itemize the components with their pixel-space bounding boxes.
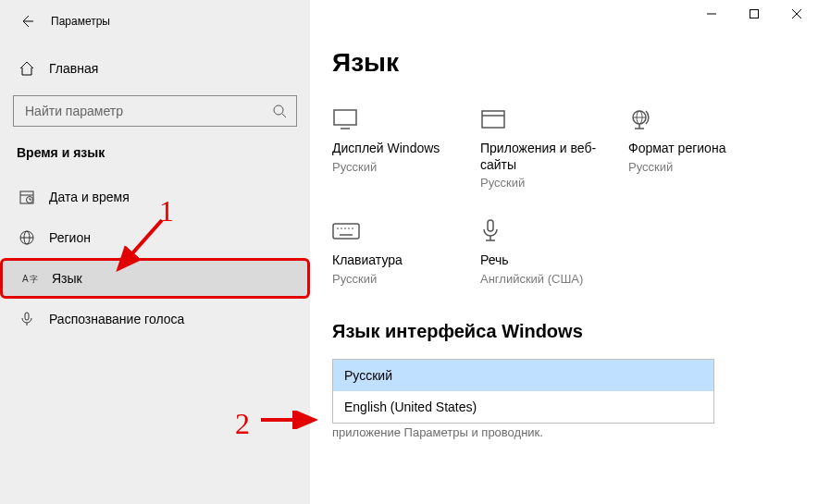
close-button[interactable]: [775, 0, 818, 28]
sidebar-item-language[interactable]: A字 Язык: [0, 258, 310, 299]
globe-stand-icon: [628, 105, 776, 133]
arrow-left-icon: [19, 14, 34, 29]
sidebar-item-label: Распознавание голоса: [49, 312, 184, 326]
titlebar-left: Параметры: [0, 0, 310, 42]
svg-rect-13: [25, 313, 29, 320]
sidebar-nav: Дата и время Регион A字 Язык Распознавани…: [0, 177, 310, 339]
svg-text:字: 字: [30, 275, 38, 284]
tile-windows-display[interactable]: Дисплей Windows Русский: [332, 105, 480, 190]
language-icon: A字: [19, 270, 40, 287]
window-title: Параметры: [51, 15, 110, 28]
tile-sub: Русский: [628, 160, 776, 174]
sidebar-home-label: Главная: [49, 61, 98, 76]
tile-region-format[interactable]: Формат региона Русский: [628, 105, 776, 190]
sidebar-item-speech[interactable]: Распознавание голоса: [0, 299, 310, 339]
back-button[interactable]: [14, 8, 40, 34]
section-title-windows-display-language: Язык интерфейса Windows: [332, 321, 796, 342]
svg-rect-21: [482, 111, 504, 128]
keyboard-icon: [332, 217, 480, 245]
svg-text:A: A: [22, 274, 29, 284]
svg-rect-28: [333, 224, 359, 239]
search-input[interactable]: [23, 103, 272, 119]
tile-title: Приложения и веб-сайты: [480, 141, 628, 173]
description-text-partial: приложение Параметры и проводник.: [332, 425, 796, 439]
calendar-clock-icon: [17, 189, 37, 205]
minimize-button[interactable]: [690, 0, 733, 28]
globe-icon: [17, 229, 37, 246]
window-controls: [690, 0, 818, 33]
sidebar-item-region[interactable]: Регион: [0, 217, 310, 258]
microphone-large-icon: [480, 217, 628, 245]
tile-speech[interactable]: Речь Английский (США): [480, 217, 628, 286]
svg-rect-16: [750, 10, 759, 18]
display-language-dropdown[interactable]: Русский English (United States): [332, 359, 714, 424]
close-icon: [791, 8, 802, 19]
tile-sub: Русский: [480, 176, 628, 190]
tile-title: Клавиатура: [332, 252, 480, 269]
maximize-button[interactable]: [733, 0, 775, 28]
svg-line-2: [282, 114, 286, 117]
sidebar-item-label: Регион: [49, 230, 91, 245]
sidebar-item-label: Язык: [52, 271, 82, 286]
search-box[interactable]: [13, 95, 297, 127]
dropdown-option-russian[interactable]: Русский: [333, 360, 713, 391]
window-icon: [480, 105, 628, 133]
sidebar: Параметры Главная Время и язык Дата и вр…: [0, 0, 310, 504]
search-icon: [272, 104, 287, 118]
monitor-icon: [332, 105, 480, 133]
dropdown-option-label: Русский: [344, 368, 392, 383]
sidebar-item-label: Дата и время: [49, 190, 130, 204]
tile-sub: Английский (США): [480, 272, 628, 286]
tile-title: Дисплей Windows: [332, 141, 480, 157]
settings-window: Параметры Главная Время и язык Дата и вр…: [0, 0, 818, 504]
dropdown-option-label: English (United States): [344, 400, 477, 414]
page-title: Язык: [332, 48, 796, 78]
svg-rect-19: [334, 110, 356, 125]
sidebar-item-date-time[interactable]: Дата и время: [0, 177, 310, 217]
home-icon: [17, 60, 37, 77]
tile-apps-websites[interactable]: Приложения и веб-сайты Русский: [480, 105, 628, 190]
svg-rect-35: [488, 220, 493, 231]
tile-title: Формат региона: [628, 141, 776, 157]
sidebar-home[interactable]: Главная: [0, 51, 310, 86]
sidebar-group-header: Время и язык: [0, 145, 310, 160]
language-tiles: Дисплей Windows Русский Приложения и веб…: [332, 105, 796, 286]
tile-title: Речь: [480, 252, 628, 269]
dropdown-option-english-us[interactable]: English (United States): [333, 391, 713, 423]
svg-point-1: [274, 105, 283, 115]
content-area: Язык Дисплей Windows Русский Приложения …: [310, 0, 818, 504]
tile-sub: Русский: [332, 272, 480, 286]
microphone-icon: [17, 311, 37, 327]
tile-keyboard[interactable]: Клавиатура Русский: [332, 217, 480, 286]
tile-sub: Русский: [332, 160, 480, 174]
minimize-icon: [706, 8, 717, 19]
maximize-icon: [749, 8, 760, 19]
